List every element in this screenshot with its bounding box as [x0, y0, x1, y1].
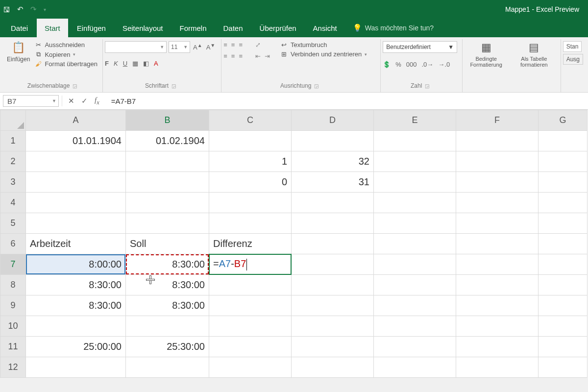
- tab-start[interactable]: Start: [37, 19, 68, 37]
- cell-A3[interactable]: [26, 172, 126, 193]
- orientation-icon[interactable]: ⤢: [255, 41, 261, 49]
- cell-E9[interactable]: [374, 295, 456, 316]
- conditional-formatting-button[interactable]: ▦ Bedingte Formatierung: [465, 41, 508, 68]
- cell-E11[interactable]: [374, 337, 456, 357]
- cell-G4[interactable]: [539, 193, 588, 213]
- font-size-combo[interactable]: 11▼: [169, 41, 190, 53]
- cell-A5[interactable]: [26, 213, 126, 234]
- align-left-icon[interactable]: ≡: [223, 52, 227, 60]
- cell-D12[interactable]: [292, 357, 374, 378]
- cell-B8[interactable]: 8:30:00: [126, 275, 209, 295]
- cell-E6[interactable]: [374, 234, 456, 254]
- cell-C9[interactable]: [209, 295, 292, 316]
- font-dialog-launcher-icon[interactable]: ◲: [172, 83, 176, 89]
- row-header-1[interactable]: 1: [0, 131, 26, 151]
- cell-B2[interactable]: [126, 151, 209, 172]
- tab-formulas[interactable]: Formeln: [172, 19, 215, 37]
- tab-file[interactable]: Datei: [3, 19, 36, 37]
- cell-B6[interactable]: Soll: [126, 234, 209, 254]
- cell-C12[interactable]: [209, 357, 292, 378]
- cell-A9[interactable]: 8:30:00: [26, 295, 126, 316]
- cell-A2[interactable]: [26, 151, 126, 172]
- cell-B1[interactable]: 01.02.1904: [126, 131, 209, 151]
- row-header-7[interactable]: 7: [0, 254, 26, 275]
- cell-D1[interactable]: [292, 131, 374, 151]
- clipboard-dialog-launcher-icon[interactable]: ◲: [73, 83, 77, 89]
- border-button[interactable]: ▦: [132, 60, 138, 67]
- cell-C11[interactable]: [209, 337, 292, 357]
- merge-center-button[interactable]: ⊞Verbinden und zentrieren ▾: [281, 50, 367, 58]
- paste-button[interactable]: 📋 Einfügen: [7, 41, 30, 63]
- cancel-formula-icon[interactable]: ✕: [68, 97, 74, 105]
- cell-D2[interactable]: 32: [292, 151, 374, 172]
- cell-B3[interactable]: [126, 172, 209, 193]
- cell-E2[interactable]: [374, 151, 456, 172]
- align-top-icon[interactable]: ≡: [223, 41, 227, 49]
- font-color-button[interactable]: A: [154, 60, 158, 67]
- cell-G10[interactable]: [539, 316, 588, 337]
- col-header-D[interactable]: D: [292, 110, 374, 131]
- cell-F3[interactable]: [456, 172, 539, 193]
- col-header-B[interactable]: B: [126, 110, 209, 131]
- cell-G5[interactable]: [539, 213, 588, 234]
- cell-G1[interactable]: [539, 131, 588, 151]
- cell-F1[interactable]: [456, 131, 539, 151]
- cell-style-standard[interactable]: Stan: [563, 41, 582, 52]
- tab-pagelayout[interactable]: Seitenlayout: [115, 19, 171, 37]
- cell-D10[interactable]: [292, 316, 374, 337]
- number-dialog-launcher-icon[interactable]: ◲: [425, 83, 429, 89]
- cell-G9[interactable]: [539, 295, 588, 316]
- row-header-10[interactable]: 10: [0, 316, 26, 337]
- cell-D11[interactable]: [292, 337, 374, 357]
- align-middle-icon[interactable]: ≡: [231, 41, 235, 49]
- cell-F5[interactable]: [456, 213, 539, 234]
- alignment-dialog-launcher-icon[interactable]: ◲: [314, 83, 318, 89]
- cell-C5[interactable]: [209, 213, 292, 234]
- cell-D9[interactable]: [292, 295, 374, 316]
- cell-E5[interactable]: [374, 213, 456, 234]
- cell-G3[interactable]: [539, 172, 588, 193]
- cell-E8[interactable]: [374, 275, 456, 295]
- decrease-font-icon[interactable]: A▼: [205, 43, 217, 51]
- cell-F11[interactable]: [456, 337, 539, 357]
- row-header-4[interactable]: 4: [0, 193, 26, 213]
- number-format-combo[interactable]: Benutzerdefiniert▼: [383, 41, 457, 53]
- cell-E10[interactable]: [374, 316, 456, 337]
- cell-E1[interactable]: [374, 131, 456, 151]
- cell-F4[interactable]: [456, 193, 539, 213]
- cell-F9[interactable]: [456, 295, 539, 316]
- cell-B7[interactable]: 8:30:00: [126, 254, 209, 275]
- row-header-12[interactable]: 12: [0, 357, 26, 378]
- cell-style-output[interactable]: Ausg: [563, 54, 583, 65]
- increase-decimal-icon[interactable]: .0→: [421, 61, 433, 68]
- cell-F2[interactable]: [456, 151, 539, 172]
- cell-C10[interactable]: [209, 316, 292, 337]
- cell-F8[interactable]: [456, 275, 539, 295]
- fill-color-button[interactable]: ◧: [143, 60, 149, 67]
- cell-A11[interactable]: 25:00:00: [26, 337, 126, 357]
- redo-icon[interactable]: ↷: [30, 5, 37, 14]
- cell-E7[interactable]: [374, 254, 456, 275]
- cell-C2[interactable]: 1: [209, 151, 292, 172]
- col-header-A[interactable]: A: [26, 110, 126, 131]
- cell-D5[interactable]: [292, 213, 374, 234]
- row-header-11[interactable]: 11: [0, 337, 26, 357]
- underline-button[interactable]: U: [123, 60, 127, 67]
- cell-G12[interactable]: [539, 357, 588, 378]
- tab-review[interactable]: Überprüfen: [252, 19, 304, 37]
- comma-format-icon[interactable]: 000: [406, 61, 417, 68]
- cell-B4[interactable]: [126, 193, 209, 213]
- cell-C1[interactable]: [209, 131, 292, 151]
- col-header-C[interactable]: C: [209, 110, 292, 131]
- cell-G11[interactable]: [539, 337, 588, 357]
- cell-D7[interactable]: [292, 254, 374, 275]
- align-right-icon[interactable]: ≡: [239, 52, 243, 60]
- col-header-G[interactable]: G: [539, 110, 588, 131]
- cell-E4[interactable]: [374, 193, 456, 213]
- name-box[interactable]: B7▼: [3, 95, 59, 107]
- cell-D4[interactable]: [292, 193, 374, 213]
- cell-F6[interactable]: [456, 234, 539, 254]
- cell-D6[interactable]: [292, 234, 374, 254]
- format-as-table-button[interactable]: ▤ Als Tabelle formatieren: [513, 41, 556, 68]
- cell-A4[interactable]: [26, 193, 126, 213]
